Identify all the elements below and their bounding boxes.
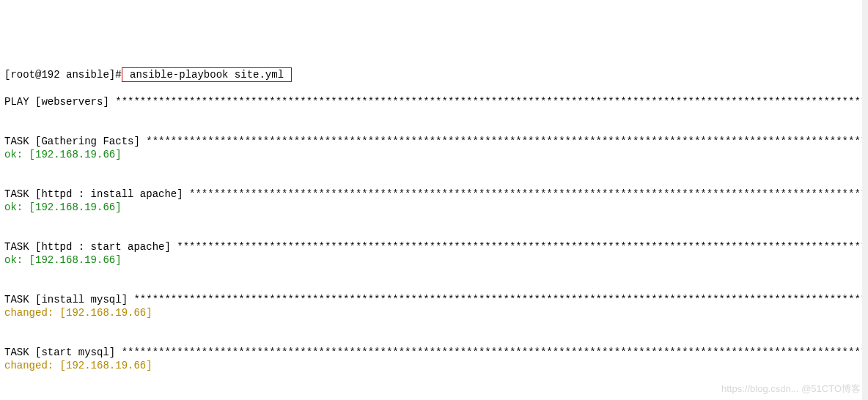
task-result-ok: ok: [192.168.19.66] <box>4 254 122 266</box>
play-header-fill: ****************************************… <box>115 96 868 108</box>
scrollbar-vertical[interactable] <box>862 0 868 400</box>
task-start-apache: TASK [httpd : start apache] <box>4 241 177 253</box>
task-start-mysql: TASK [start mysql] <box>4 347 122 358</box>
task-fill: ****************************************… <box>146 136 868 147</box>
task-fill: ****************************************… <box>122 347 868 358</box>
highlighted-command: ansible-playbook site.yml <box>122 67 293 82</box>
task-result-ok: ok: [192.168.19.66] <box>4 149 122 160</box>
task-install-mysql: TASK [install mysql] <box>4 294 133 305</box>
task-fill: ****************************************… <box>189 188 868 200</box>
task-fill: ****************************************… <box>133 294 868 305</box>
shell-prompt: [root@192 ansible]# <box>4 69 122 81</box>
terminal-output[interactable]: [root@192 ansible]# ansible-playbook sit… <box>4 54 864 400</box>
task-result-changed: changed: [192.168.19.66] <box>4 307 152 319</box>
task-result-ok: ok: [192.168.19.66] <box>4 201 122 213</box>
task-gathering-facts: TASK [Gathering Facts] <box>4 136 146 147</box>
play-header: PLAY [webservers] <box>4 96 115 108</box>
task-fill: ****************************************… <box>177 241 868 253</box>
task-result-changed: changed: [192.168.19.66] <box>4 360 152 371</box>
task-install-apache: TASK [httpd : install apache] <box>4 188 189 200</box>
